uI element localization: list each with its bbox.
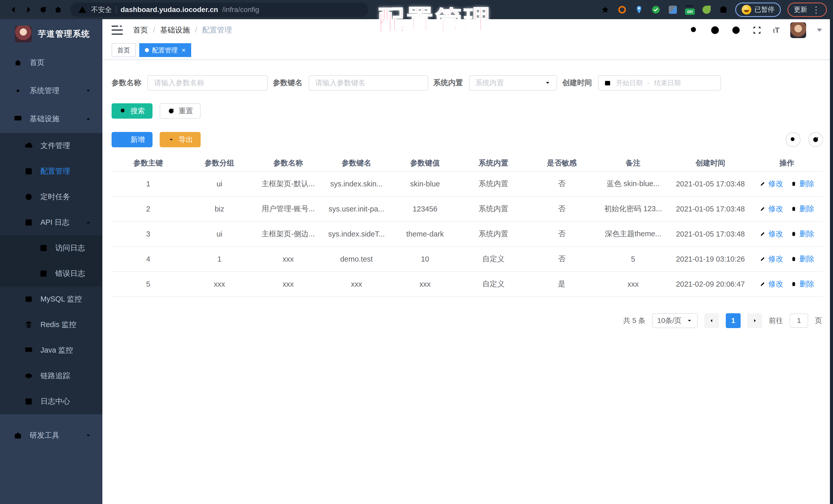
edit-square-icon (24, 167, 33, 176)
search-icon[interactable] (689, 25, 699, 35)
eye-icon (24, 371, 33, 380)
toggle-search-button[interactable] (786, 132, 801, 147)
browser-update-button[interactable]: 更新 ⋮ (787, 3, 827, 17)
sidebar-item-api-log[interactable]: API 日志 (0, 210, 102, 235)
page-size-select[interactable]: 10条/页 (652, 313, 698, 328)
total-count: 共 5 条 (623, 316, 645, 326)
browser-home-icon[interactable] (51, 2, 66, 17)
home-icon (13, 58, 23, 67)
create-time-label: 创建时间 (562, 78, 592, 88)
col-param-name: 参数名称 (254, 155, 322, 171)
breadcrumb-infra[interactable]: 基础设施 (160, 25, 190, 35)
search-icon (119, 107, 127, 115)
table-row: 3ui 主框架页-侧边...sys.index.sideT... theme-d… (112, 222, 823, 247)
extension-mosaic-icon[interactable] (668, 5, 678, 15)
chevron-left-icon (709, 318, 715, 324)
sidebar-item-config-manage[interactable]: 配置管理 (0, 158, 102, 184)
profile-paused-badge[interactable]: 已暂停 (735, 3, 781, 17)
sidebar-item-home[interactable]: 首页 (0, 49, 102, 77)
github-icon[interactable] (710, 25, 720, 35)
chevron-down-icon (85, 432, 92, 439)
fullscreen-icon[interactable] (752, 25, 762, 35)
export-button[interactable]: 导出 (160, 132, 200, 147)
tab-home[interactable]: 首页 (112, 43, 136, 57)
calendar-icon (604, 79, 611, 87)
extensions-puzzle-icon[interactable] (718, 5, 729, 15)
param-key-input[interactable] (309, 75, 428, 91)
system-builtin-label: 系统内置 (433, 78, 463, 88)
sidebar-item-log-center[interactable]: 日志中心 (0, 389, 102, 414)
pencil-icon (759, 255, 766, 262)
goto-page-input[interactable] (790, 313, 808, 328)
edit-link[interactable]: 修改 (759, 254, 783, 264)
next-page-button[interactable] (747, 313, 762, 328)
sidebar-item-file-manage[interactable]: 文件管理 (0, 133, 102, 158)
sidebar-item-java-monitor[interactable]: Java 监控 (0, 337, 102, 363)
sidebar-item-error-log[interactable]: 错误日志 (0, 261, 102, 286)
extension-pin-icon[interactable] (634, 5, 644, 15)
browser-menu-kebab-icon[interactable]: ⋮ (812, 5, 820, 14)
sidebar-item-redis-monitor[interactable]: Redis 监控 (0, 312, 102, 337)
search-button[interactable]: 搜索 (112, 103, 152, 119)
help-icon[interactable] (731, 25, 741, 35)
bookmark-star-icon[interactable] (600, 5, 610, 15)
layers-icon (24, 320, 33, 329)
param-name-label: 参数名称 (112, 78, 141, 88)
delete-link[interactable]: 删除 (790, 204, 814, 214)
col-remark: 备注 (596, 155, 670, 171)
sidebar-item-mysql-monitor[interactable]: MySQL 监控 (0, 286, 102, 312)
date-end-placeholder: 结束日期 (654, 78, 681, 87)
caret-down-icon[interactable] (817, 29, 822, 32)
url-divider (116, 6, 116, 14)
extension-green-check-icon[interactable] (651, 5, 661, 15)
col-param-id: 参数主键 (112, 155, 185, 171)
delete-link[interactable]: 删除 (790, 279, 814, 289)
breadcrumb-home[interactable]: 首页 (133, 25, 148, 35)
trash-icon (790, 255, 797, 262)
date-range-picker[interactable]: 开始日期 - 结束日期 (598, 75, 721, 91)
tab-close-icon[interactable]: × (182, 46, 186, 54)
sidebar-item-system[interactable]: 系统管理 (0, 77, 102, 105)
pagination: 共 5 条 10条/页 1 前往 页 (112, 313, 823, 328)
download-icon (167, 136, 175, 144)
add-button[interactable]: 新增 (112, 132, 152, 147)
edit-link[interactable]: 修改 (759, 279, 783, 289)
sidebar-item-cron-job[interactable]: 定时任务 (0, 184, 102, 210)
pencil-icon (759, 180, 766, 187)
browser-reload-icon[interactable] (36, 2, 51, 17)
not-secure-warning-icon (78, 5, 87, 14)
sidebar-collapse-icon[interactable] (112, 26, 123, 35)
user-avatar[interactable] (790, 22, 806, 38)
system-builtin-select[interactable]: 系统内置 (469, 75, 557, 91)
param-name-input[interactable] (147, 75, 268, 91)
refresh-table-button[interactable] (808, 132, 823, 147)
trash-icon (790, 180, 797, 187)
app-logo-row[interactable]: 芋道管理系统 (0, 19, 102, 49)
extension-orange-ring-icon[interactable] (617, 5, 627, 15)
delete-link[interactable]: 删除 (790, 254, 814, 264)
tab-config-manage[interactable]: 配置管理 × (139, 43, 191, 57)
monitor-icon (24, 346, 33, 355)
extension-leaf-icon[interactable] (701, 5, 712, 15)
sidebar: 芋道管理系统 首页 系统管理 基础设施 文件管理 配置管理 定时任务 (0, 19, 102, 504)
sidebar-item-trace[interactable]: 链路追踪 (0, 363, 102, 389)
browser-back-icon[interactable] (6, 2, 21, 17)
delete-link[interactable]: 删除 (790, 229, 814, 239)
prev-page-button[interactable] (704, 313, 719, 328)
edit-link[interactable]: 修改 (759, 179, 783, 189)
sidebar-item-access-log[interactable]: 访问日志 (0, 235, 102, 261)
delete-link[interactable]: 删除 (790, 179, 814, 189)
reset-button[interactable]: 重置 (160, 103, 200, 119)
font-size-icon[interactable]: tT (773, 26, 780, 34)
table-row: 1ui 主框架页-默认...sys.index.skin... skin-blu… (112, 171, 823, 196)
extension-on-badge-icon[interactable]: on (685, 5, 695, 15)
current-page[interactable]: 1 (726, 313, 741, 328)
browser-forward-icon[interactable] (21, 2, 36, 17)
col-param-group: 参数分组 (185, 155, 254, 171)
edit-link[interactable]: 修改 (759, 204, 783, 214)
sidebar-item-dev-tools[interactable]: 研发工具 (0, 421, 102, 450)
address-bar[interactable]: 不安全 dashboard.yudao.iocoder.cn/infra/con… (70, 3, 368, 17)
sidebar-item-infra[interactable]: 基础设施 (0, 105, 102, 133)
edit-link[interactable]: 修改 (759, 229, 783, 239)
search-icon (789, 136, 797, 144)
